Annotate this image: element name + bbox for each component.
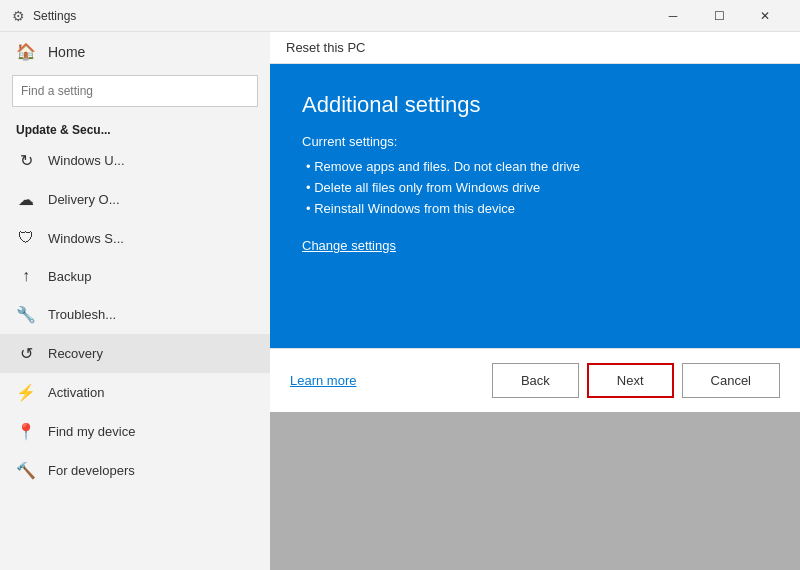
dialog-bullet-1: • Remove apps and files. Do not clean th… <box>302 159 768 174</box>
windows-update-icon: ↻ <box>16 151 36 170</box>
sidebar-item-label: For developers <box>48 463 135 478</box>
home-icon: 🏠 <box>16 42 36 61</box>
sidebar-item-label: Find my device <box>48 424 135 439</box>
dialog-header-label: Reset this PC <box>286 40 365 55</box>
dialog-bullet-3: • Reinstall Windows from this device <box>302 201 768 216</box>
dialog-bullet-2: • Delete all files only from Windows dri… <box>302 180 768 195</box>
activation-icon: ⚡ <box>16 383 36 402</box>
sidebar-item-label: Windows S... <box>48 231 124 246</box>
sidebar-item-troubleshoot[interactable]: 🔧 Troublesh... <box>0 295 270 334</box>
dialog-title: Additional settings <box>302 92 768 118</box>
sidebar-search-box[interactable] <box>12 75 258 107</box>
sidebar-item-windows-security[interactable]: 🛡 Windows S... <box>0 219 270 257</box>
maximize-button[interactable]: ☐ <box>696 0 742 32</box>
dialog-subtitle: Current settings: <box>302 134 768 149</box>
change-settings-link[interactable]: Change settings <box>302 238 768 253</box>
minimize-button[interactable]: ─ <box>650 0 696 32</box>
learn-more-link[interactable]: Learn more <box>290 373 356 388</box>
sidebar-section-label: Update & Secu... <box>0 115 270 141</box>
sidebar: 🏠 Home Update & Secu... ↻ Windows U... ☁… <box>0 32 270 570</box>
sidebar-item-label: Delivery O... <box>48 192 120 207</box>
titlebar-title: Settings <box>33 9 650 23</box>
recovery-icon: ↺ <box>16 344 36 363</box>
dialog-footer: Learn more Back Next Cancel <box>270 348 800 412</box>
back-button[interactable]: Back <box>492 363 579 398</box>
cancel-button[interactable]: Cancel <box>682 363 780 398</box>
app-body: 🏠 Home Update & Secu... ↻ Windows U... ☁… <box>0 32 800 570</box>
sidebar-item-label: Recovery <box>48 346 103 361</box>
dialog-header-bar: Reset this PC <box>270 32 800 64</box>
dialog-body: Additional settings Current settings: • … <box>270 64 800 348</box>
sidebar-item-label: Backup <box>48 269 91 284</box>
titlebar-controls: ─ ☐ ✕ <box>650 0 788 32</box>
developers-icon: 🔨 <box>16 461 36 480</box>
shield-icon: 🛡 <box>16 229 36 247</box>
delivery-icon: ☁ <box>16 190 36 209</box>
backup-icon: ↑ <box>16 267 36 285</box>
titlebar: ⚙ Settings ─ ☐ ✕ <box>0 0 800 32</box>
next-button[interactable]: Next <box>587 363 674 398</box>
sidebar-item-windows-update[interactable]: ↻ Windows U... <box>0 141 270 180</box>
main-content: Recovery Reset this PC Additional settin… <box>270 32 800 570</box>
settings-icon: ⚙ <box>12 8 25 24</box>
sidebar-item-label: Activation <box>48 385 104 400</box>
dialog-footer-buttons: Back Next Cancel <box>492 363 780 398</box>
find-device-icon: 📍 <box>16 422 36 441</box>
search-input[interactable] <box>21 84 249 98</box>
troubleshoot-icon: 🔧 <box>16 305 36 324</box>
sidebar-item-label: Troublesh... <box>48 307 116 322</box>
sidebar-item-backup[interactable]: ↑ Backup <box>0 257 270 295</box>
reset-pc-dialog: Reset this PC Additional settings Curren… <box>270 32 800 412</box>
dialog-overlay: Reset this PC Additional settings Curren… <box>270 32 800 570</box>
sidebar-item-recovery[interactable]: ↺ Recovery <box>0 334 270 373</box>
sidebar-item-activation[interactable]: ⚡ Activation <box>0 373 270 412</box>
sidebar-item-label: Windows U... <box>48 153 125 168</box>
sidebar-item-find-my-device[interactable]: 📍 Find my device <box>0 412 270 451</box>
sidebar-item-home[interactable]: 🏠 Home <box>0 32 270 71</box>
sidebar-item-delivery[interactable]: ☁ Delivery O... <box>0 180 270 219</box>
sidebar-home-label: Home <box>48 44 85 60</box>
sidebar-item-for-developers[interactable]: 🔨 For developers <box>0 451 270 490</box>
close-button[interactable]: ✕ <box>742 0 788 32</box>
